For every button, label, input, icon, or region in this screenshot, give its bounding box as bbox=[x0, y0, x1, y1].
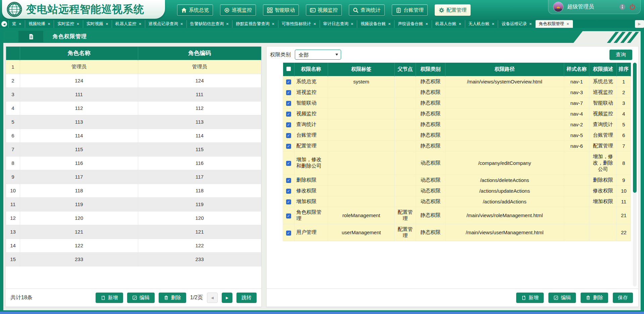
tab-close-icon[interactable]: ✕ bbox=[106, 22, 108, 26]
tab-实时视频[interactable]: 实时视频✕ bbox=[83, 20, 112, 28]
info-icon[interactable] bbox=[619, 4, 626, 10]
nav-button-台账管理[interactable]: 台账管理 bbox=[392, 4, 428, 16]
row-checkbox[interactable]: ✓ bbox=[286, 90, 291, 95]
role-row-7[interactable]: 7115115 bbox=[6, 142, 261, 156]
role-row-5[interactable]: 5113113 bbox=[6, 115, 261, 129]
row-checkbox[interactable]: ✓ bbox=[286, 122, 291, 127]
nav-button-系统总览[interactable]: 系统总览 bbox=[177, 4, 213, 16]
tab-角色权限管理[interactable]: 角色权限管理✕ bbox=[536, 20, 573, 28]
tab-scroll-right-button[interactable]: ▶ bbox=[635, 20, 644, 28]
role-row-2[interactable]: 2124124 bbox=[6, 74, 261, 87]
tab-close-icon[interactable]: ✕ bbox=[388, 22, 391, 26]
tab-声纹设备台账[interactable]: 声纹设备台账✕ bbox=[394, 20, 432, 28]
tab-close-icon[interactable]: ✕ bbox=[139, 22, 142, 26]
role-delete-button[interactable]: 删除 bbox=[159, 293, 186, 303]
tab-label: 实时监控 bbox=[57, 21, 74, 27]
nav-button-智能联动[interactable]: 智能联动 bbox=[263, 4, 299, 16]
role-add-button[interactable]: 新增 bbox=[96, 293, 123, 303]
tab-close-icon[interactable]: ✕ bbox=[19, 22, 21, 26]
row-checkbox[interactable]: ✓ bbox=[286, 133, 291, 138]
tab-scroll-left-button[interactable]: ◀ bbox=[0, 20, 8, 28]
perm-path-cell bbox=[445, 108, 564, 119]
row-checkbox[interactable]: ✓ bbox=[286, 101, 291, 106]
tab-实时监控[interactable]: 实时监控✕ bbox=[54, 20, 83, 28]
vertical-scrollbar[interactable] bbox=[633, 63, 637, 287]
tab-close-icon[interactable]: ✕ bbox=[180, 22, 183, 26]
nav-button-配置管理[interactable]: 配置管理 bbox=[435, 4, 471, 16]
nav-button-巡视监控[interactable]: 巡视监控 bbox=[220, 4, 256, 16]
row-checkbox[interactable]: ✓ bbox=[286, 213, 291, 218]
tab-可靠性指标统计[interactable]: 可靠性指标统计✕ bbox=[278, 20, 320, 28]
perm-order-cell: 10 bbox=[617, 185, 631, 196]
permission-add-button[interactable]: 新增 bbox=[516, 293, 544, 303]
perm-name-cell: 视频监控 bbox=[294, 108, 328, 119]
role-edit-button[interactable]: 编辑 bbox=[127, 293, 155, 303]
nav-button-视频监控[interactable]: 视频监控 bbox=[306, 4, 342, 16]
tab-静默监视告警查询[interactable]: 静默监视告警查询✕ bbox=[232, 20, 278, 28]
tab-设备运维记录[interactable]: 设备运维记录✕ bbox=[498, 20, 535, 28]
role-row-9[interactable]: 9117117 bbox=[6, 170, 261, 184]
tab-close-icon[interactable]: ✕ bbox=[76, 22, 79, 26]
tab-close-icon[interactable]: ✕ bbox=[313, 22, 316, 26]
perm-desc-cell: 配置管理 bbox=[589, 140, 617, 151]
row-checkbox[interactable]: ✓ bbox=[286, 161, 291, 166]
tab-审计日志查询[interactable]: 审计日志查询✕ bbox=[320, 20, 357, 28]
role-row-10[interactable]: 10118118 bbox=[6, 184, 261, 197]
row-checkbox[interactable]: ✓ bbox=[286, 199, 291, 204]
next-page-button[interactable]: ▶ bbox=[222, 293, 232, 303]
tab-机器人监控[interactable]: 机器人监控✕ bbox=[112, 20, 145, 28]
tab-无人机台账[interactable]: 无人机台账✕ bbox=[465, 20, 498, 28]
perm-name-cell: 角色权限管理 bbox=[294, 207, 328, 224]
tab-告警缺陷信息查询[interactable]: 告警缺陷信息查询✕ bbox=[187, 20, 232, 28]
row-checkbox[interactable]: ✓ bbox=[286, 189, 291, 194]
tab-视频轮播[interactable]: 视频轮播✕ bbox=[25, 20, 54, 28]
tab-览[interactable]: 览✕ bbox=[8, 20, 25, 28]
bottom-strip bbox=[0, 312, 644, 314]
perm-order-cell: 4 bbox=[617, 108, 631, 119]
tab-视频设备台账[interactable]: 视频设备台账✕ bbox=[357, 20, 394, 28]
role-row-11[interactable]: 11119119 bbox=[6, 197, 261, 211]
select-all-header[interactable] bbox=[283, 63, 294, 76]
tab-close-icon[interactable]: ✕ bbox=[529, 22, 532, 26]
tab-close-icon[interactable]: ✕ bbox=[351, 22, 354, 26]
scrollbar-thumb[interactable] bbox=[633, 63, 637, 193]
perm-style-cell: nav-3 bbox=[564, 87, 589, 98]
permission-save-button[interactable]: 保存 bbox=[613, 293, 633, 303]
tab-close-icon[interactable]: ✕ bbox=[272, 22, 274, 26]
jump-page-button[interactable]: 跳转 bbox=[236, 293, 257, 303]
role-row-15[interactable]: 15233233 bbox=[6, 252, 261, 266]
avatar[interactable] bbox=[553, 2, 564, 12]
role-row-4[interactable]: 4112112 bbox=[6, 101, 261, 115]
tab-巡视点记录查询[interactable]: 巡视点记录查询✕ bbox=[145, 20, 187, 28]
role-row-6[interactable]: 6114114 bbox=[6, 129, 261, 142]
permission-edit-button[interactable]: 编辑 bbox=[548, 293, 576, 303]
tab-close-icon[interactable]: ✕ bbox=[459, 22, 461, 26]
tab-close-icon[interactable]: ✕ bbox=[492, 22, 494, 26]
perm-name-cell: 台账管理 bbox=[294, 130, 328, 140]
role-row-3[interactable]: 3111111 bbox=[6, 87, 261, 101]
tab-close-icon[interactable]: ✕ bbox=[226, 22, 229, 26]
row-checkbox[interactable]: ✓ bbox=[286, 79, 291, 84]
perm-order-cell: 1 bbox=[617, 76, 631, 87]
row-checkbox[interactable]: ✓ bbox=[286, 112, 291, 117]
select-all-checkbox[interactable] bbox=[286, 67, 291, 71]
power-icon[interactable] bbox=[629, 4, 636, 10]
row-checkbox[interactable]: ✓ bbox=[286, 178, 291, 183]
row-checkbox[interactable]: ✓ bbox=[286, 231, 291, 236]
role-row-14[interactable]: 14122122 bbox=[6, 239, 261, 252]
tab-close-icon[interactable]: ✕ bbox=[425, 22, 428, 26]
search-button[interactable]: 查询 bbox=[609, 50, 632, 60]
role-row-12[interactable]: 12120120 bbox=[6, 211, 261, 225]
role-row-13[interactable]: 13121121 bbox=[6, 225, 261, 239]
permission-type-select[interactable]: 全部 bbox=[295, 50, 341, 60]
tab-机器人台账[interactable]: 机器人台账✕ bbox=[432, 20, 465, 28]
role-row-1[interactable]: 1管理员管理员 bbox=[6, 60, 261, 74]
row-checkbox[interactable]: ✓ bbox=[286, 144, 291, 149]
nav-button-查询统计[interactable]: 查询统计 bbox=[349, 4, 385, 16]
permission-delete-button[interactable]: 删除 bbox=[581, 293, 608, 303]
eye-icon bbox=[224, 7, 230, 13]
tab-close-icon[interactable]: ✕ bbox=[48, 22, 50, 26]
prev-page-button[interactable]: ◀ bbox=[207, 293, 218, 303]
tab-close-icon[interactable]: ✕ bbox=[567, 22, 569, 26]
role-row-8[interactable]: 8116116 bbox=[6, 156, 261, 170]
